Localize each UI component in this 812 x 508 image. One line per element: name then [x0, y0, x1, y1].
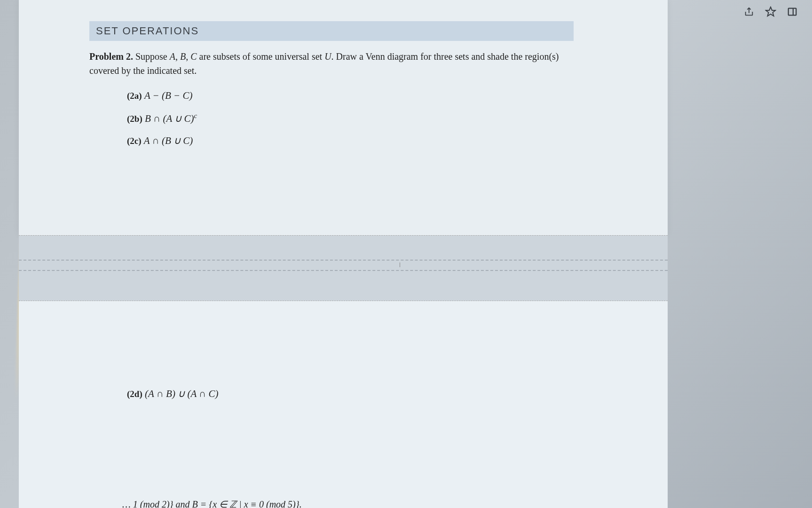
- bookmark-star-icon[interactable]: [765, 6, 776, 17]
- document-page-2: (2d) (A ∩ B) ∪ (A ∩ C) … 1 (mod 2)} and …: [19, 301, 668, 508]
- subproblem-expr: A ∩ (B ∪ C): [144, 135, 193, 146]
- problem-universal: U: [324, 51, 331, 62]
- problem-label: Problem 2.: [89, 51, 133, 62]
- problem-statement: Problem 2. Suppose A, B, C are subsets o…: [89, 49, 569, 78]
- section-header: SET OPERATIONS: [89, 21, 574, 41]
- subproblem-expr: A − (B − C): [144, 90, 193, 101]
- center-tick: [400, 262, 400, 267]
- document-page-1: SET OPERATIONS Problem 2. Suppose A, B, …: [19, 0, 668, 235]
- subproblem-label: (2d): [127, 389, 142, 399]
- sidebar-toggle-icon[interactable]: [787, 6, 798, 17]
- subproblem-2a: (2a) A − (B − C): [127, 90, 649, 102]
- svg-rect-1: [788, 8, 796, 16]
- complement-superscript: c: [194, 112, 197, 119]
- subproblem-2c: (2c) A ∩ (B ∪ C): [127, 135, 649, 147]
- svg-marker-0: [766, 7, 775, 16]
- page-gap: [19, 235, 668, 301]
- problem-sets: A, B, C: [170, 51, 197, 62]
- subproblem-label: (2b): [127, 114, 142, 124]
- page-break-dash-top: [19, 260, 668, 261]
- problem-text-pre: Suppose: [135, 51, 170, 62]
- subproblem-list: (2a) A − (B − C) (2b) B ∩ (A ∪ C)c (2c) …: [127, 90, 649, 147]
- subproblem-2d: (2d) (A ∩ B) ∪ (A ∩ C): [127, 388, 649, 400]
- subproblem-expr: (A ∩ B) ∪ (A ∩ C): [145, 388, 219, 399]
- page-break-dash-bottom: [19, 270, 668, 271]
- subproblem-2b: (2b) B ∩ (A ∪ C)c: [127, 112, 649, 125]
- problem-text-mid: are subsets of some universal set: [197, 51, 325, 62]
- subproblem-label: (2c): [127, 136, 142, 146]
- subproblem-label: (2a): [127, 91, 142, 101]
- partial-bottom-text: … 1 (mod 2)} and B = {x ∈ ℤ | x ≡ 0 (mod…: [122, 499, 302, 508]
- share-icon[interactable]: [743, 6, 755, 17]
- subproblem-expr: B ∩ (A ∪ C): [145, 113, 194, 124]
